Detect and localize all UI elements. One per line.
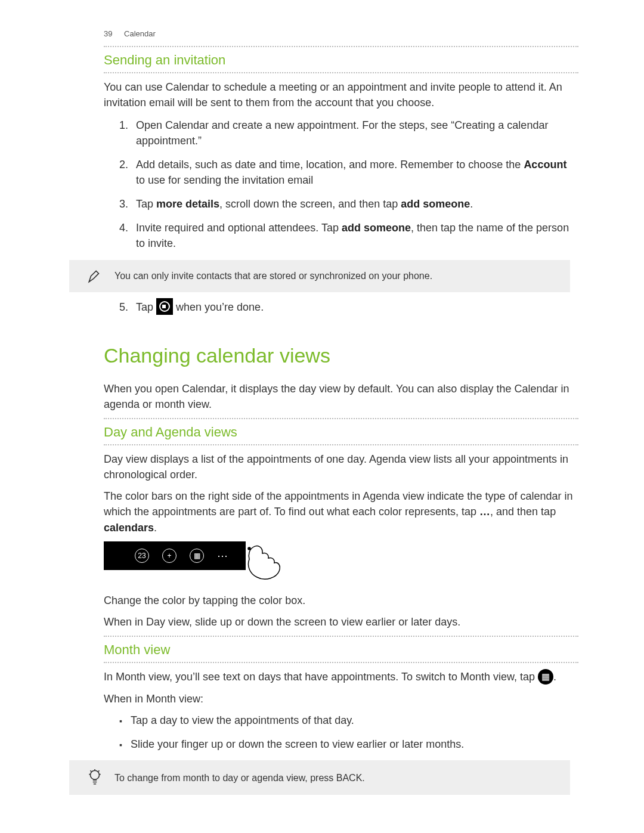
paragraph: In Month view, you’ll see text on days t… [104,669,578,685]
step-3: Tap more details, scroll down the screen… [131,196,578,212]
toolbar-figure: 23 + ▦ ⋯ [104,541,578,583]
svg-point-1 [91,770,100,779]
bullet-2: Slide your finger up or down the screen … [119,736,578,752]
bullet-1: Tap a day to view the appointments of th… [119,713,578,728]
heading-changing-views: Changing calendar views [104,341,578,370]
bold-add-someone: add someone [401,198,470,210]
note-text: You can only invite contacts that are st… [114,269,432,283]
plus-icon: + [162,549,177,563]
heading-month-view: Month view [104,640,578,659]
step-4: Invite required and optional attendees. … [131,220,578,251]
lightbulb-icon [87,769,103,786]
paragraph: The color bars on the right side of the … [104,488,578,535]
pencil-icon [87,268,103,284]
divider [104,444,578,445]
page-header: 39 Calendar [78,29,578,40]
month-bullets: Tap a day to view the appointments of th… [119,713,578,752]
divider [104,46,578,47]
divider [104,418,578,419]
note-box: You can only invite contacts that are st… [69,260,570,292]
phone-toolbar: 23 + ▦ ⋯ [104,541,246,570]
tip-text: To change from month to day or agenda vi… [114,771,365,785]
steps-list-cont: Tap when you’re done. [113,299,578,316]
paragraph: When in Month view: [104,691,578,707]
paragraph: When in Day view, slide up or down the s… [104,614,578,630]
step-1: Open Calendar and create a new appointme… [131,117,578,148]
bold-calendars: calendars [104,522,154,534]
divider [104,662,578,663]
paragraph: You can use Calendar to schedule a meeti… [104,79,578,110]
more-icon: ⋯ [217,553,229,559]
hand-tap-icon [242,541,296,583]
heading-sending-invitation: Sending an invitation [104,51,578,70]
save-icon [156,298,173,315]
bold-add-someone-2: add someone [342,222,411,234]
paragraph: Change the color by tapping the color bo… [104,593,578,608]
page-number: 39 [104,29,112,38]
divider [104,636,578,637]
divider [104,72,578,73]
steps-list: Open Calendar and create a new appointme… [113,117,578,252]
step-5: Tap when you’re done. [131,299,578,316]
bold-account: Account [524,159,566,171]
day-number-icon: 23 [135,549,149,563]
calendar-icon: ▦ [190,549,204,563]
paragraph: When you open Calendar, it displays the … [104,381,578,412]
svg-point-0 [248,547,250,550]
step-2: Add details, such as date and time, loca… [131,157,578,188]
bold-more-details: more details [156,198,219,210]
ellipsis-label: … [479,506,490,518]
month-view-icon: ▦ [538,669,553,685]
heading-day-agenda: Day and Agenda views [104,423,578,442]
tip-box: To change from month to day or agenda vi… [69,760,570,795]
section-name: Calendar [124,29,156,38]
paragraph: Day view displays a list of the appointm… [104,451,578,482]
